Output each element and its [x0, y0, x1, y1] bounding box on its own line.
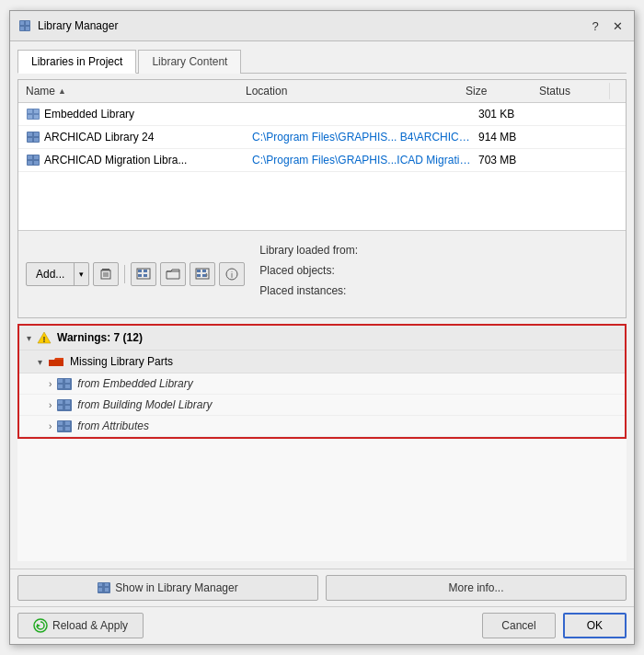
warnings-label: Warnings: 7 (12) [57, 331, 143, 344]
cell-status [548, 136, 622, 138]
separator [124, 265, 125, 283]
warning-item[interactable]: › from Building Model Library [19, 395, 625, 416]
delete-icon [99, 268, 112, 281]
warning-triangle-icon: ! [37, 330, 52, 345]
folder-button[interactable] [160, 262, 186, 286]
svg-text:!: ! [43, 335, 46, 344]
table-row[interactable]: ARCHICAD Migration Libra... C:\Program F… [18, 149, 626, 172]
add-dropdown-arrow[interactable]: ▾ [74, 263, 88, 285]
add-button[interactable]: Add... [27, 263, 74, 285]
svg-rect-43 [58, 385, 63, 388]
tab-bar: Libraries in Project Library Content [17, 49, 627, 74]
svg-rect-4 [26, 27, 29, 30]
table-row[interactable]: ARCHICAD Library 24 C:\Program Files\GRA… [18, 126, 626, 149]
library-loaded-from: Library loaded from: [259, 244, 607, 257]
sort-arrow-icon: ▲ [58, 86, 66, 96]
reload-apply-button[interactable]: Reload & Apply [17, 613, 144, 638]
warning-item[interactable]: › from Attributes [19, 416, 625, 437]
svg-rect-34 [197, 274, 201, 277]
item-chevron-icon: › [49, 400, 52, 410]
svg-text:i: i [231, 270, 233, 280]
svg-rect-33 [202, 270, 206, 272]
embedded-library-icon [26, 107, 40, 121]
svg-rect-32 [197, 270, 201, 272]
item-library-icon [57, 420, 72, 432]
svg-rect-47 [65, 400, 70, 404]
table-body[interactable]: Embedded Library 301 KB [18, 103, 626, 213]
svg-rect-49 [65, 406, 70, 409]
svg-rect-42 [65, 379, 70, 383]
svg-rect-57 [105, 583, 109, 586]
tab-libraries-in-project[interactable]: Libraries in Project [17, 50, 136, 74]
cell-location [248, 113, 475, 115]
reload-icon-button[interactable] [190, 262, 215, 286]
cell-name-inner: Embedded Library [26, 107, 245, 121]
warnings-section: ▾ ! Warnings: 7 (12) ▾ [17, 324, 627, 439]
warning-item-text: from Attributes [77, 419, 149, 432]
svg-rect-48 [58, 406, 63, 409]
cancel-button[interactable]: Cancel [482, 613, 555, 638]
cell-name: ARCHICAD Library 24 [22, 129, 248, 145]
warning-item-text: from Building Model Library [77, 398, 212, 411]
svg-rect-19 [34, 161, 39, 165]
cell-status [548, 159, 622, 161]
content-area: Libraries in Project Library Content Nam… [10, 41, 634, 569]
missing-parts-chevron-icon: ▾ [38, 357, 42, 367]
cell-name: Embedded Library [22, 106, 248, 122]
lower-section: ▾ ! Warnings: 7 (12) ▾ [17, 324, 627, 561]
svg-rect-12 [34, 132, 39, 136]
svg-rect-14 [34, 138, 39, 142]
svg-rect-16 [28, 155, 32, 159]
svg-rect-28 [144, 270, 147, 272]
reload-small-icon [195, 268, 210, 281]
svg-rect-30 [144, 274, 147, 277]
svg-rect-8 [28, 115, 32, 119]
item-library-icon [57, 378, 72, 390]
cell-name-inner: ARCHICAD Library 24 [26, 130, 245, 144]
info-button[interactable]: i [219, 262, 245, 286]
warnings-header[interactable]: ▾ ! Warnings: 7 (12) [19, 326, 625, 350]
svg-rect-51 [58, 421, 63, 425]
help-button[interactable]: ? [586, 17, 604, 35]
delete-button[interactable] [93, 262, 119, 286]
info-panel: Library loaded from: Placed objects: Pla… [248, 236, 618, 312]
svg-rect-35 [202, 274, 206, 277]
library-icon [26, 130, 40, 144]
reload-circle-icon [33, 618, 48, 633]
library-table: Name ▲ Location Size Status [18, 80, 626, 230]
cell-location: C:\Program Files\GRAPHIS... B4\ARCHICAD … [248, 130, 475, 144]
more-info-button[interactable]: More info... [326, 575, 627, 601]
svg-rect-9 [34, 115, 39, 119]
bottom-buttons: Reload & Apply Cancel OK [10, 606, 634, 644]
add-button-group[interactable]: Add... ▾ [26, 262, 89, 286]
library-icon [26, 153, 40, 167]
svg-rect-56 [98, 583, 102, 586]
warning-item[interactable]: › from Embedded Library [19, 373, 625, 395]
cell-size: 301 KB [475, 107, 548, 121]
svg-rect-7 [34, 109, 39, 113]
svg-rect-54 [65, 427, 70, 431]
ok-button[interactable]: OK [563, 613, 627, 638]
cell-location: C:\Program Files\GRAPHIS...ICAD Migratio… [248, 153, 475, 167]
info-icon: i [225, 268, 238, 281]
svg-rect-59 [105, 588, 109, 592]
tab-library-content[interactable]: Library Content [138, 50, 241, 74]
close-button[interactable]: ✕ [608, 17, 627, 35]
table-row[interactable]: Embedded Library 301 KB [18, 103, 626, 126]
svg-rect-6 [28, 109, 32, 113]
show-library-icon [98, 582, 110, 594]
library-icon-button[interactable] [131, 262, 156, 286]
svg-rect-58 [98, 588, 102, 592]
svg-rect-2 [26, 21, 29, 25]
svg-rect-52 [65, 421, 70, 425]
item-library-icon [57, 399, 72, 411]
missing-parts-header[interactable]: ▾ Missing Library Parts [19, 350, 625, 373]
svg-rect-41 [58, 379, 63, 383]
show-in-library-manager-button[interactable]: Show in Library Manager [17, 575, 318, 601]
svg-rect-1 [20, 21, 24, 25]
library-manager-window: Library Manager ? ✕ Libraries in Project… [9, 10, 635, 645]
col-header-location: Location [242, 83, 462, 99]
col-header-size: Size [462, 83, 535, 99]
col-header-status: Status [535, 83, 609, 99]
folder-icon [166, 268, 180, 281]
